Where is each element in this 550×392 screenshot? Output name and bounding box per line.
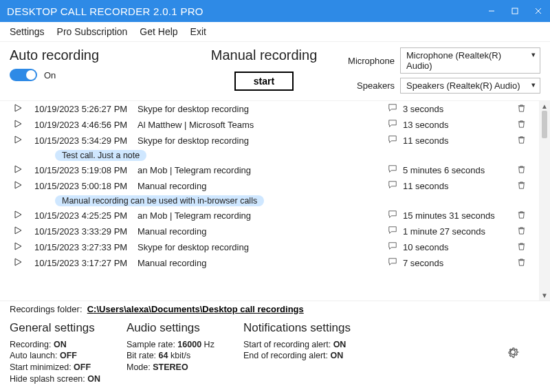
minimize-button[interactable] [487, 6, 496, 16]
play-icon[interactable] [14, 120, 22, 130]
controls-panel: Auto recording On Manual recording start… [0, 42, 550, 101]
recording-time: 10/15/2023 3:33:29 PM [34, 226, 138, 237]
sample-label: Sample rate: [126, 340, 175, 349]
start-alert-label: Start of recording alert: [243, 340, 331, 349]
delete-icon[interactable] [517, 227, 526, 237]
scroll-down-icon[interactable]: ▼ [541, 290, 548, 301]
play-icon[interactable] [14, 226, 22, 237]
delete-icon[interactable] [517, 136, 526, 146]
note-icon[interactable] [388, 120, 397, 131]
start-alert-value: ON [333, 340, 346, 349]
recording-row[interactable]: 10/15/2023 3:17:27 PMManual recording7 s… [0, 255, 539, 271]
bitrate-unit: kbit/s [170, 351, 190, 360]
end-alert-label: End of recording alert: [243, 351, 328, 360]
menu-settings[interactable]: Settings [10, 26, 45, 37]
auto-recording-toggle[interactable] [10, 69, 37, 81]
mode-label: Mode: [126, 362, 151, 372]
audio-settings: Audio settings Sample rate: 16000 Hz Bit… [126, 321, 236, 374]
recording-note: Test call. Just a note [55, 150, 146, 161]
recording-duration: 11 seconds [403, 135, 513, 146]
play-icon[interactable] [14, 165, 22, 175]
recording-title: Skype for desktop recording [138, 242, 382, 252]
play-icon[interactable] [14, 135, 22, 146]
recording-row[interactable]: 10/15/2023 3:33:29 PMManual recording1 m… [0, 224, 539, 239]
recording-title: Manual recording [138, 226, 382, 237]
delete-icon[interactable] [517, 259, 526, 269]
play-icon[interactable] [14, 258, 22, 268]
recording-row[interactable]: 10/15/2023 4:25:25 PMan Mob | Telegram r… [0, 208, 539, 224]
splash-value: ON [87, 374, 100, 384]
play-icon[interactable] [14, 104, 22, 114]
auto-recording-header: Auto recording [10, 47, 195, 63]
recording-time: 10/15/2023 3:27:33 PM [34, 242, 138, 252]
delete-icon[interactable] [517, 243, 526, 253]
folder-path-link[interactable]: C:\Users\alexa\Documents\Desktop call re… [87, 304, 304, 314]
menu-pro[interactable]: Pro Subscription [57, 26, 128, 37]
titlebar: DESKTOP CALL RECORDER 2.0.1 PRO [0, 0, 550, 22]
maximize-button[interactable] [510, 6, 520, 16]
play-icon[interactable] [14, 181, 22, 191]
general-settings: General settings Recording: ON Auto laun… [10, 321, 120, 386]
note-icon[interactable] [388, 182, 397, 192]
note-icon[interactable] [388, 227, 397, 237]
recording-duration: 11 seconds [403, 181, 513, 191]
recording-row[interactable]: 10/15/2023 5:34:29 PMSkype for desktop r… [0, 133, 539, 149]
microphone-label: Microphone [340, 56, 395, 66]
svg-marker-9 [15, 211, 21, 218]
recording-row[interactable]: 10/15/2023 3:27:33 PMSkype for desktop r… [0, 239, 539, 255]
menu-exit[interactable]: Exit [190, 26, 206, 37]
settings-gear[interactable] [506, 345, 540, 361]
manual-recording-block: Manual recording start [195, 47, 333, 91]
note-icon[interactable] [388, 105, 397, 115]
delete-icon[interactable] [517, 105, 526, 115]
recording-title: an Mob | Telegram recording [138, 210, 382, 221]
recordings-list-wrap: 10/19/2023 5:26:27 PMSkype for desktop r… [0, 101, 550, 301]
splash-label: Hide splash screen: [10, 374, 85, 384]
note-icon[interactable] [388, 211, 397, 221]
autolaunch-value: OFF [60, 351, 77, 360]
recording-duration: 3 seconds [403, 104, 513, 114]
bitrate-value: 64 [159, 351, 168, 360]
scrollbar[interactable]: ▲ ▼ [539, 101, 550, 301]
svg-marker-4 [15, 105, 21, 111]
close-button[interactable] [534, 6, 543, 16]
recording-row[interactable]: 10/15/2023 5:00:18 PMManual recording11 … [0, 178, 539, 194]
svg-marker-5 [15, 120, 21, 127]
svg-marker-6 [15, 136, 21, 143]
play-icon[interactable] [14, 210, 22, 221]
start-button[interactable]: start [234, 72, 294, 91]
recording-time: 10/15/2023 4:25:25 PM [34, 210, 138, 221]
recording-row[interactable]: 10/19/2023 4:46:56 PMAl Matthew | Micros… [0, 117, 539, 133]
scroll-thumb[interactable] [542, 111, 547, 138]
autolaunch-label: Auto launch: [10, 351, 58, 360]
delete-icon[interactable] [517, 182, 526, 192]
recording-title: Skype for desktop recording [138, 135, 382, 146]
folder-label: Recordings folder: [10, 304, 82, 314]
speakers-value: Speakers (Realtek(R) Audio) [406, 80, 520, 91]
play-icon[interactable] [14, 242, 22, 252]
note-icon[interactable] [388, 136, 397, 146]
speakers-label: Speakers [340, 80, 395, 91]
recording-row[interactable]: 10/15/2023 5:19:08 PMan Mob | Telegram r… [0, 162, 539, 178]
delete-icon[interactable] [517, 211, 526, 221]
window-controls [487, 6, 543, 16]
note-icon[interactable] [388, 243, 397, 253]
note-icon[interactable] [388, 259, 397, 269]
delete-icon[interactable] [517, 166, 526, 176]
scroll-up-icon[interactable]: ▲ [541, 101, 548, 111]
window-title: DESKTOP CALL RECORDER 2.0.1 PRO [7, 6, 487, 17]
end-alert-value: ON [330, 351, 343, 360]
recording-row[interactable]: 10/19/2023 5:26:27 PMSkype for desktop r… [0, 101, 539, 117]
microphone-select[interactable]: Microphone (Realtek(R) Audio) [400, 47, 540, 74]
auto-recording-block: Auto recording On [10, 47, 195, 81]
notifications-settings: Notifications settings Start of recordin… [243, 321, 395, 362]
note-icon[interactable] [388, 166, 397, 176]
delete-icon[interactable] [517, 120, 526, 131]
menu-help[interactable]: Get Help [140, 26, 177, 37]
notifications-settings-header: Notifications settings [243, 321, 395, 335]
recording-title: Skype for desktop recording [138, 104, 382, 114]
recording-title: Manual recording [138, 258, 382, 268]
speakers-select[interactable]: Speakers (Realtek(R) Audio) [400, 78, 540, 94]
recording-title: an Mob | Telegram recording [138, 165, 382, 175]
recording-duration: 1 minute 27 seconds [403, 226, 513, 237]
